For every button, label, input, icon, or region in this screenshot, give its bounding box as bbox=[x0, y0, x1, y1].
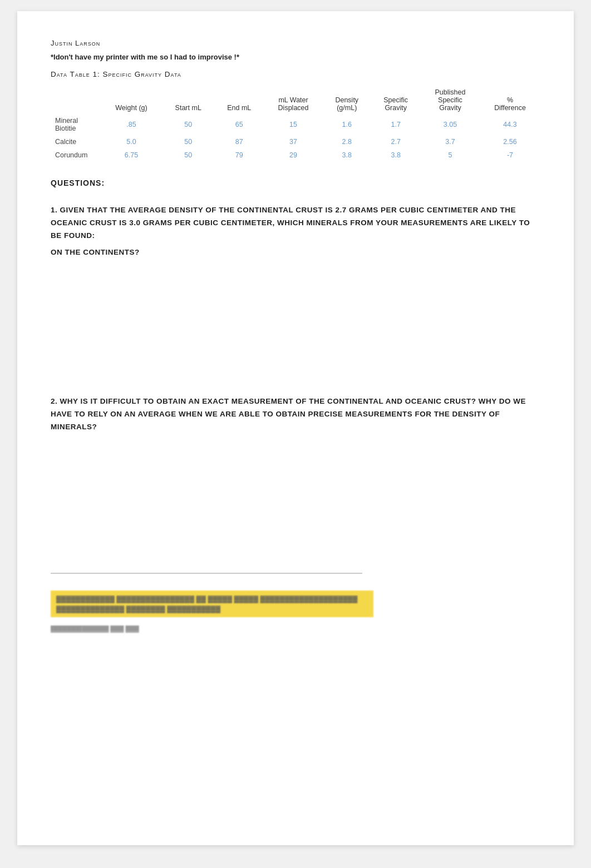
end-ml-1: 65 bbox=[215, 114, 264, 135]
sg-2: 2.7 bbox=[371, 135, 420, 148]
water-3: 29 bbox=[264, 148, 323, 162]
published-sg-2: 3.7 bbox=[421, 135, 480, 148]
published-sg-1: 3.05 bbox=[421, 114, 480, 135]
questions-heading: QUESTIONS: bbox=[51, 178, 540, 187]
answer-space-1 bbox=[51, 262, 540, 373]
question-1-text: 1. GIVEN THAT THE AVERAGE DENSITY OF THE… bbox=[51, 204, 540, 242]
col-header-end: End mL bbox=[215, 86, 264, 114]
question-1-sub: ON THE CONTINENTS? bbox=[51, 248, 540, 256]
footer-text: ▓▓▓▓▓▓▓▓▓▓▓▓▓ ▓▓▓ ▓▓▓ bbox=[51, 625, 540, 632]
pct-diff-2: 2.56 bbox=[480, 135, 540, 148]
col-header-pct-diff: %Difference bbox=[480, 86, 540, 114]
author-name: Justin Larson bbox=[51, 39, 540, 47]
note-text: *Idon't have my printer with me so I had… bbox=[51, 53, 540, 61]
start-ml-1: 50 bbox=[162, 114, 215, 135]
sg-1: 1.7 bbox=[371, 114, 420, 135]
col-header-weight: Weight (g) bbox=[101, 86, 162, 114]
weight-3: 6.75 bbox=[101, 148, 162, 162]
start-ml-3: 50 bbox=[162, 148, 215, 162]
pct-diff-1: 44.3 bbox=[480, 114, 540, 135]
sg-3: 3.8 bbox=[371, 148, 420, 162]
col-header-published-sg: PublishedSpecificGravity bbox=[421, 86, 480, 114]
question-1-block: 1. GIVEN THAT THE AVERAGE DENSITY OF THE… bbox=[51, 204, 540, 373]
pct-diff-3: -7 bbox=[480, 148, 540, 162]
highlighted-text-1: ▓▓▓▓▓▓▓▓▓▓▓▓ ▓▓▓▓▓▓▓▓▓▓▓▓▓▓▓▓ ▓▓ ▓▓▓▓▓ ▓… bbox=[51, 591, 373, 617]
question-2-block: 2. WHY IS IT DIFFICULT TO OBTAIN AN EXAC… bbox=[51, 395, 540, 550]
data-table: Weight (g) Start mL End mL mL WaterDispl… bbox=[51, 86, 540, 162]
weight-2: 5.0 bbox=[101, 135, 162, 148]
table-row: Corundum 6.75 50 79 29 3.8 3.8 5 -7 bbox=[51, 148, 540, 162]
mineral-name-2: Calcite bbox=[51, 135, 101, 148]
water-2: 37 bbox=[264, 135, 323, 148]
water-1: 15 bbox=[264, 114, 323, 135]
table-row: Calcite 5.0 50 87 37 2.8 2.7 3.7 2.56 bbox=[51, 135, 540, 148]
bottom-divider bbox=[51, 573, 362, 574]
published-sg-3: 5 bbox=[421, 148, 480, 162]
density-3: 3.8 bbox=[323, 148, 371, 162]
col-header-density: Density(g/mL) bbox=[323, 86, 371, 114]
mineral-name-1: MineralBiotitie bbox=[51, 114, 101, 135]
col-header-water: mL WaterDisplaced bbox=[264, 86, 323, 114]
density-1: 1.6 bbox=[323, 114, 371, 135]
col-header-sg: SpecificGravity bbox=[371, 86, 420, 114]
col-header-start: Start mL bbox=[162, 86, 215, 114]
table-title: Data Table 1: Specific Gravity Data bbox=[51, 70, 540, 78]
answer-space-2 bbox=[51, 439, 540, 550]
end-ml-2: 87 bbox=[215, 135, 264, 148]
weight-1: .85 bbox=[101, 114, 162, 135]
table-row: MineralBiotitie .85 50 65 15 1.6 1.7 3.0… bbox=[51, 114, 540, 135]
question-2-text: 2. WHY IS IT DIFFICULT TO OBTAIN AN EXAC… bbox=[51, 395, 540, 434]
start-ml-2: 50 bbox=[162, 135, 215, 148]
density-2: 2.8 bbox=[323, 135, 371, 148]
mineral-name-3: Corundum bbox=[51, 148, 101, 162]
end-ml-3: 79 bbox=[215, 148, 264, 162]
page: Justin Larson *Idon't have my printer wi… bbox=[17, 11, 574, 845]
col-header-mineral bbox=[51, 86, 101, 114]
